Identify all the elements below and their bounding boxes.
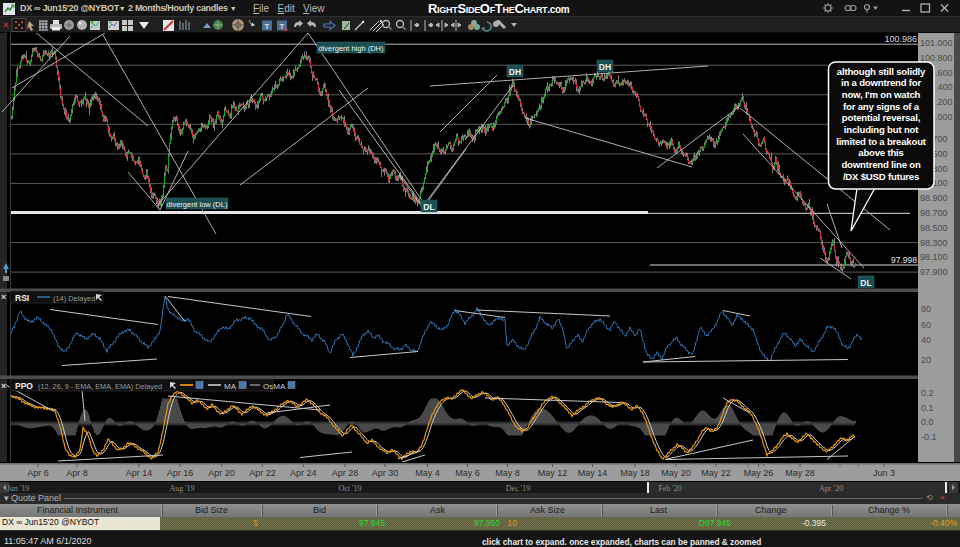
svg-text:Apr 30: Apr 30: [372, 468, 399, 478]
svg-text:40: 40: [921, 335, 931, 345]
svg-text:May 8: May 8: [495, 468, 520, 478]
svg-text:Apr 24: Apr 24: [290, 468, 317, 478]
svg-text:T: T: [265, 22, 270, 31]
svg-text:above this: above this: [858, 147, 903, 158]
svg-text:98.700: 98.700: [920, 208, 948, 218]
svg-text:May 12: May 12: [538, 468, 568, 478]
svg-text:limited to a breakout: limited to a breakout: [836, 136, 927, 147]
svg-text:May 26: May 26: [744, 468, 774, 478]
svg-text:×: ×: [3, 20, 8, 30]
svg-text:MA: MA: [224, 382, 237, 391]
svg-text:Apr 22: Apr 22: [249, 468, 276, 478]
svg-text:Aug '19: Aug '19: [169, 484, 194, 493]
svg-text:×: ×: [1, 381, 6, 391]
svg-text:Apr 6: Apr 6: [27, 468, 49, 478]
svg-text:60: 60: [921, 320, 931, 330]
svg-text:Apr 20: Apr 20: [208, 468, 235, 478]
svg-text:although still solidly: although still solidly: [837, 66, 926, 77]
svg-text:divergent low (DL): divergent low (DL): [167, 200, 228, 209]
svg-text:DL: DL: [423, 202, 434, 212]
svg-text:RSI: RSI: [15, 293, 29, 303]
svg-text:May 14: May 14: [578, 468, 608, 478]
svg-text:80: 80: [921, 304, 931, 314]
svg-text:0.1: 0.1: [921, 403, 934, 413]
svg-text:97.900: 97.900: [920, 267, 948, 277]
svg-text:98.900: 98.900: [920, 193, 948, 203]
svg-text:20: 20: [921, 355, 931, 365]
svg-text:97.998: 97.998: [891, 255, 917, 265]
svg-text:Apr 14: Apr 14: [126, 468, 153, 478]
svg-text:Apr 16: Apr 16: [167, 468, 194, 478]
svg-text:in a downtrend for: in a downtrend for: [841, 77, 922, 88]
svg-text:/DX $USD futures: /DX $USD futures: [843, 171, 919, 182]
svg-text:T: T: [280, 22, 285, 31]
svg-text:May 6: May 6: [455, 468, 480, 478]
svg-text:98.300: 98.300: [920, 238, 948, 248]
svg-text:98.100: 98.100: [920, 252, 948, 262]
svg-text:May 28: May 28: [785, 468, 815, 478]
svg-text:0.2: 0.2: [921, 388, 934, 398]
svg-text:OsMA: OsMA: [263, 382, 286, 391]
svg-text:-0.1: -0.1: [921, 432, 937, 442]
svg-text:100.986: 100.986: [884, 34, 917, 44]
svg-text:98.500: 98.500: [920, 223, 948, 233]
svg-text:for any signs of a: for any signs of a: [843, 101, 920, 112]
svg-text:potential reversal,: potential reversal,: [842, 112, 921, 123]
svg-text:May 18: May 18: [620, 468, 650, 478]
svg-text:PPO: PPO: [15, 381, 33, 391]
svg-text:Dec '19: Dec '19: [506, 484, 530, 493]
svg-text:Jun 3: Jun 3: [873, 468, 895, 478]
svg-text:Apr '20: Apr '20: [819, 484, 843, 493]
svg-text:divergent high (DH): divergent high (DH): [318, 44, 384, 53]
svg-text:May 22: May 22: [701, 468, 731, 478]
svg-text:including but not: including but not: [844, 124, 919, 135]
svg-text:DL: DL: [860, 278, 871, 288]
svg-text:Jun '19: Jun '19: [7, 484, 30, 493]
svg-text:now, I'm on watch: now, I'm on watch: [842, 89, 921, 100]
svg-text:DH: DH: [599, 62, 611, 72]
svg-text:downtrend line on: downtrend line on: [841, 159, 921, 170]
svg-text:(14) Delayed: (14) Delayed: [53, 294, 95, 303]
svg-text:Feb '20: Feb '20: [658, 484, 681, 493]
svg-text:May 4: May 4: [415, 468, 440, 478]
svg-text:Apr 28: Apr 28: [332, 468, 359, 478]
svg-text:0.0: 0.0: [921, 417, 934, 427]
svg-text:Oct '19: Oct '19: [339, 484, 362, 493]
svg-text:(12, 26, 9 - EMA, EMA, EMA) De: (12, 26, 9 - EMA, EMA, EMA) Delayed: [38, 382, 162, 391]
svg-text:DH: DH: [509, 67, 521, 77]
svg-text:101.000: 101.000: [920, 38, 953, 48]
svg-text:Apr 8: Apr 8: [66, 468, 88, 478]
svg-text:May 20: May 20: [661, 468, 691, 478]
svg-text:×: ×: [1, 292, 6, 302]
